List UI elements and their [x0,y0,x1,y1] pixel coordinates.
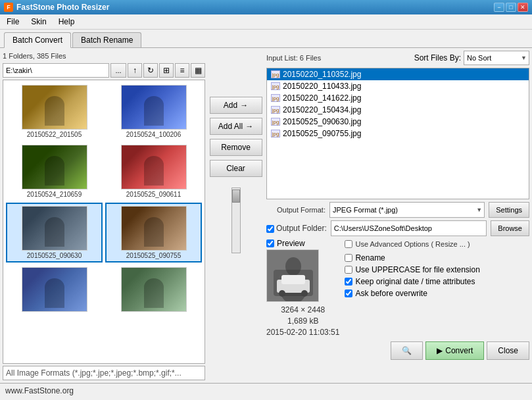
keepdate-checkbox[interactable] [345,278,352,286]
file-list-item-4[interactable]: jpg 20150220_150434.jpg [267,104,529,116]
thumb-img-6 [121,206,187,251]
keepdate-option: Keep original date / time attributes [345,277,529,286]
output-format-label: Output Format: [266,206,326,214]
view-thumbs-icon[interactable]: ▦ [191,63,205,78]
thumb-label-6: 20150525_090755 [126,252,181,259]
add-button[interactable]: Add → [210,97,262,114]
folder-path-input[interactable] [3,63,109,78]
close-button[interactable]: Close [487,341,529,360]
view-large-icon[interactable]: ⊞ [159,63,174,78]
minimize-button[interactable]: − [494,3,504,12]
right-panel: Input List: 6 Files Sort Files By: No So… [266,51,529,380]
thumbnail-8[interactable] [105,265,202,315]
tab-batch-convert[interactable]: Batch Convert [4,32,71,48]
file-name-6: 20150525_090755.jpg [283,129,361,138]
thumb-img-1 [22,85,87,130]
maximize-button[interactable]: □ [506,3,516,12]
file-icon-6: jpg [271,130,280,138]
preview-svg [267,250,319,302]
search-button[interactable]: 🔍 [391,341,423,360]
title-bar: F FastStone Photo Resizer − □ ✕ [0,0,532,14]
thumb-img-5 [22,206,87,251]
thumbnail-5[interactable]: 20150525_090630 [6,203,103,262]
convert-button[interactable]: ▶ Convert [425,341,484,360]
file-name-1: 20150220_110352.jpg [283,70,361,79]
menu-skin[interactable]: Skin [28,16,49,28]
file-browser[interactable]: 20150522_201505 20150524_100206 20150524… [3,80,205,364]
remove-button[interactable]: Remove [210,139,262,156]
app-title: FastStone Photo Resizer [16,3,109,12]
preview-checkbox[interactable] [266,239,274,247]
rename-label: Rename [355,253,385,262]
file-icon-4: jpg [271,106,280,114]
toolbar-icons: ↑ ↻ ⊞ ≡ ▦ [128,63,205,78]
settings-button[interactable]: Settings [489,202,529,218]
thumb-label-4: 20150525_090611 [126,191,181,198]
close-window-button[interactable]: ✕ [518,3,528,12]
file-list-item-6[interactable]: jpg 20150525_090755.jpg [267,128,529,139]
input-list-label: Input List: 6 Files [266,54,321,62]
uppercase-option: Use UPPERCASE for file extension [345,265,529,274]
scrollbar-thumb[interactable] [232,189,240,203]
preview-date: 2015-02-20 11:03:51 [266,327,339,338]
thumbnail-6[interactable]: 20150525_090755 [105,203,202,262]
thumbnail-4[interactable]: 20150525_090611 [105,143,202,200]
output-folder-input[interactable] [331,220,487,236]
tab-batch-rename[interactable]: Batch Rename [72,32,141,47]
browse-folder-button[interactable]: Browse [491,220,529,236]
advanced-options-row: Use Advanced Options ( Resize ... ) [345,240,529,248]
preview-label: Preview [277,239,305,248]
output-folder-label: Output Folder: [266,224,327,233]
thumb-label-5: 20150525_090630 [27,252,82,259]
menu-file[interactable]: File [4,16,22,28]
file-icon-1: jpg [271,70,280,78]
double-arrow-icon: → [245,122,253,131]
thumb-label-3: 20150524_210659 [27,191,82,198]
askoverwrite-label: Ask before overwrite [355,289,427,298]
sort-select-wrap: No Sort Name Date Size [464,51,529,65]
file-list-item-1[interactable]: jpg 20150220_110352.jpg [267,68,529,80]
output-folder-checkbox[interactable] [266,225,274,233]
file-list-item-5[interactable]: jpg 20150525_090630.jpg [267,116,529,128]
file-list-item-3[interactable]: jpg 20150220_141622.jpg [267,92,529,104]
rename-checkbox[interactable] [345,254,352,262]
website-label: www.FastStone.org [5,386,74,395]
file-list-item-2[interactable]: jpg 20150220_110433.jpg [267,80,529,92]
left-panel: 1 Folders, 385 Files ... ↑ ↻ ⊞ ≡ ▦ 20150… [3,51,205,380]
advanced-checkbox[interactable] [345,240,352,248]
thumbnail-3[interactable]: 20150524_210659 [6,143,103,200]
sort-select[interactable]: No Sort Name Date Size [464,51,529,65]
options-section: Preview [266,239,529,338]
main-content: 1 Folders, 385 Files ... ↑ ↻ ⊞ ≡ ▦ 20150… [0,48,532,383]
status-bar: www.FastStone.org [0,383,532,397]
view-details-icon[interactable]: ≡ [175,63,189,78]
menu-help[interactable]: Help [56,16,78,28]
uppercase-checkbox[interactable] [345,266,352,274]
thumbnail-7[interactable] [6,265,103,315]
output-format-select[interactable]: JPEG Format (*.jpg) PNG Format (*.png) B… [329,202,485,218]
sort-label: Sort Files By: [414,53,461,63]
clear-button[interactable]: Clear [210,160,262,177]
input-list-header: Input List: 6 Files Sort Files By: No So… [266,51,529,65]
folder-input-row: ... ↑ ↻ ⊞ ≡ ▦ [3,63,205,78]
thumbnail-2[interactable]: 20150524_100206 [105,83,202,140]
thumb-img-2 [121,85,187,130]
options-checkboxes: Use Advanced Options ( Resize ... ) Rena… [345,240,529,338]
bottom-buttons: 🔍 ▶ Convert Close [266,341,529,360]
folder-info: 1 Folders, 385 Files [3,51,205,61]
file-name-2: 20150220_110433.jpg [283,82,361,91]
askoverwrite-checkbox[interactable] [345,289,352,297]
folder-browse-button[interactable]: ... [110,63,126,78]
file-icon-5: jpg [271,118,280,126]
refresh-icon[interactable]: ↻ [143,63,158,78]
add-all-button[interactable]: Add All → [210,118,262,135]
thumbnail-1[interactable]: 20150522_201505 [6,83,103,140]
file-name-5: 20150525_090630.jpg [283,117,361,126]
thumb-label-1: 20150522_201505 [27,131,82,138]
thumb-img-7 [22,267,87,312]
input-file-list[interactable]: jpg 20150220_110352.jpg jpg 20150220_110… [266,68,529,199]
advanced-label: Use Advanced Options ( Resize ... ) [355,240,470,248]
folder-up-icon[interactable]: ↑ [128,63,142,78]
file-name-3: 20150220_141622.jpg [283,93,361,103]
scrollbar[interactable] [231,188,241,253]
